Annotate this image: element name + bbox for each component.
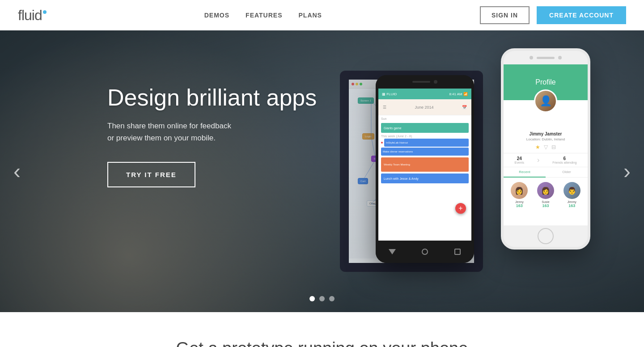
ios-tab-older[interactable]: Older <box>546 167 588 178</box>
ios-friend-jimmy-avatar: 👨 <box>564 182 580 199</box>
tab-expand-dot <box>360 83 362 85</box>
cal-event-giants-label: Giants game <box>384 127 402 130</box>
android-camera <box>434 80 437 84</box>
ios-friend-susie-avatar: 👩 <box>537 182 554 199</box>
ios-friend-susie-name: Susie <box>537 200 554 203</box>
ios-camera <box>530 56 533 59</box>
logo-dot-icon <box>43 10 47 14</box>
back-icon <box>389 249 396 254</box>
susie-avatar-icon: 👩 <box>537 182 554 199</box>
cal-event-dinner-label: Make dinner reservations <box>383 150 413 153</box>
android-nav-bar <box>376 241 474 263</box>
ios-profile-location: Location: Dublin, Ireland <box>504 137 588 141</box>
phones-container: Screen 1 Home Profile Login Settings Fee… <box>367 48 590 312</box>
cal-event-giants: Giants game <box>381 123 469 133</box>
android-status-left: ▦ FLUID <box>382 92 397 96</box>
ios-friend-jenny-num: 163 <box>511 203 528 208</box>
ios-top-bar <box>504 51 588 64</box>
ios-profile-header-section: Profile 👤 <box>504 64 588 100</box>
cal-day-label-sun: Sun <box>378 116 471 121</box>
ios-sensor <box>558 56 562 59</box>
carousel-next-arrow[interactable]: › <box>623 161 631 182</box>
android-home-button[interactable] <box>420 247 429 256</box>
ios-stat-events-label: Events <box>515 161 524 164</box>
ios-friend-susie-num: 163 <box>537 203 554 208</box>
carousel-dots <box>309 296 335 301</box>
fc-node-9: Cart <box>358 178 368 184</box>
recents-icon <box>454 249 461 255</box>
android-top-bar <box>376 75 474 89</box>
cal-event-meeting: Weekly Team Meeting <box>381 157 469 172</box>
nav-item-plans[interactable]: PLANS <box>299 12 322 19</box>
calendar-month: June 2014 <box>415 105 433 110</box>
ios-screen: Profile 👤 Jimmy Jamster Location: Dublin… <box>504 64 588 225</box>
hero-section: ‹ Design brilliant apps Then share them … <box>0 30 644 312</box>
carousel-prev-arrow[interactable]: ‹ <box>13 161 21 182</box>
jenny-avatar-icon: 👩 <box>511 182 528 199</box>
create-account-button[interactable]: CREATE ACCOUNT <box>537 6 626 24</box>
ios-friend-jenny: 👩 Jenny 163 <box>511 182 528 208</box>
star-icon: ★ <box>535 144 540 150</box>
try-free-button[interactable]: TRY IT FREE <box>107 162 195 187</box>
filter-icon: ▽ <box>544 144 548 150</box>
ios-profile-name: Jimmy Jamster <box>504 131 588 136</box>
section-prototype: Get a prototype running on your phone In… <box>0 312 644 347</box>
ios-stat-friends: 6 Friends attending <box>552 156 576 164</box>
ios-stats-chevron: › <box>537 156 539 164</box>
ios-stat-friends-label: Friends attending <box>552 161 576 164</box>
signin-button[interactable]: SIGN IN <box>480 6 530 24</box>
logo[interactable]: fluid <box>18 7 47 24</box>
header-actions: SIGN IN CREATE ACCOUNT <box>480 6 626 24</box>
android-back-button[interactable] <box>388 247 397 256</box>
home-icon <box>422 249 428 255</box>
ios-phone: Profile 👤 Jimmy Jamster Location: Dublin… <box>501 48 590 250</box>
jimmy-avatar-icon: 👨 <box>564 182 580 199</box>
android-status-bar: ▦ FLUID 8:41 AM 📶 <box>378 89 471 99</box>
cal-event-haircut: InStyleLab Haircut <box>384 139 469 147</box>
tab-close-dot <box>352 83 354 85</box>
ios-bottom-bar <box>504 225 588 247</box>
cal-event-haircut-label: InStyleLab Haircut <box>386 141 408 144</box>
ios-stat-events-value: 24 <box>515 156 524 161</box>
ios-tab-recent[interactable]: Recent <box>504 167 546 178</box>
ios-tabs-row: Recent Older <box>504 167 588 178</box>
fc-node-1: Screen 1 <box>358 97 374 104</box>
header: fluid DEMOS FEATURES PLANS SIGN IN CREAT… <box>0 0 644 30</box>
android-recents-button[interactable] <box>453 247 462 256</box>
ios-speaker <box>537 57 555 59</box>
cal-event-dinner: Make dinner reservations <box>381 148 469 156</box>
ios-stars-row: ★ ▽ ⊟ <box>504 144 588 150</box>
carousel-dot-1[interactable] <box>309 296 315 301</box>
carousel-dot-3[interactable] <box>329 296 335 301</box>
ios-friend-susie: 👩 Susie 163 <box>537 182 554 208</box>
tab-minimize-dot <box>356 83 358 85</box>
carousel-dot-2[interactable] <box>319 296 325 301</box>
ios-friend-jimmy-num: 163 <box>564 203 580 208</box>
ios-stats-row: 24 Events › 6 Friends attending <box>504 153 588 167</box>
fab-button[interactable]: + <box>455 203 466 214</box>
logo-text: fluid <box>18 7 42 24</box>
android-phone: ▦ FLUID 8:41 AM 📶 ☰ June 2014 📅 Sun Gian… <box>376 75 474 263</box>
cal-event-meeting-label: Weekly Team Meeting <box>384 163 410 166</box>
ios-friend-jimmy: 👨 Jimmy 163 <box>564 182 580 208</box>
android-screen: ▦ FLUID 8:41 AM 📶 ☰ June 2014 📅 Sun Gian… <box>378 89 471 241</box>
ios-profile-title: Profile <box>535 78 555 86</box>
android-status-right: 8:41 AM 📶 <box>449 92 468 96</box>
cal-event-lunch-label: Lunch with Jesse & Andy <box>384 177 419 180</box>
chevron-right-icon: › <box>623 159 631 183</box>
ios-stat-friends-value: 6 <box>552 156 576 161</box>
chevron-left-icon: ‹ <box>13 159 21 183</box>
section-proto-title: Get a prototype running on your phone <box>18 339 626 347</box>
cal-event-lunch: Lunch with Jesse & Andy <box>381 174 469 183</box>
nav-item-features[interactable]: FEATURES <box>246 12 282 19</box>
avatar-icon: 👤 <box>535 91 556 111</box>
cal-event-dot <box>381 142 383 144</box>
ios-friends-row: 👩 Jenny 163 👩 Susie 163 👨 <box>504 178 588 212</box>
ios-stat-events: 24 Events <box>515 156 524 164</box>
cal-event-haircut-row: InStyleLab Haircut <box>381 139 469 147</box>
calendar-icon: 📅 <box>462 105 467 110</box>
ios-avatar: 👤 <box>534 89 557 113</box>
nav-item-demos[interactable]: DEMOS <box>204 12 229 19</box>
ios-home-button[interactable] <box>538 228 554 244</box>
hamburger-icon: ☰ <box>383 105 386 110</box>
